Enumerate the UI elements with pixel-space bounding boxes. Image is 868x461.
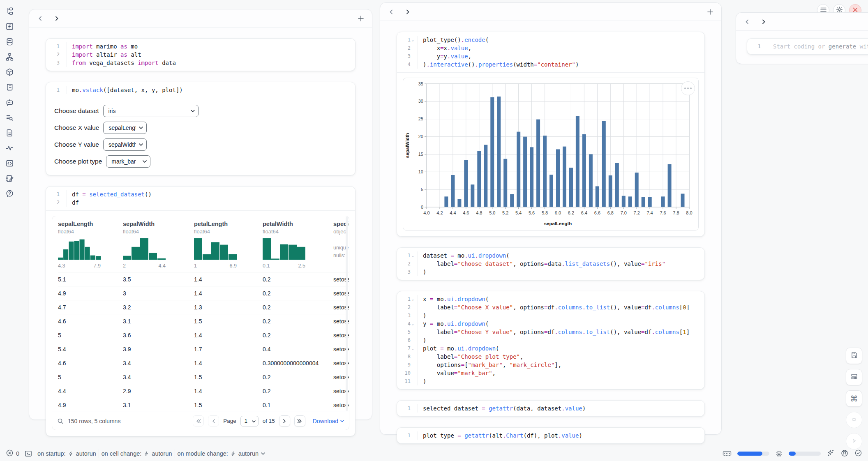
range-max: 6.9 xyxy=(230,263,237,269)
download-button[interactable]: Download xyxy=(313,418,344,424)
table-search-icon[interactable] xyxy=(57,418,64,424)
sidebar-ai-chat-icon[interactable] xyxy=(5,98,14,107)
column-header-petalLength[interactable]: petalLengthfloat6416.9 xyxy=(194,220,263,272)
code-content: df xyxy=(67,198,79,207)
sidebar-file-tree-icon[interactable] xyxy=(5,7,14,16)
column-prev-button[interactable] xyxy=(36,14,45,23)
svg-text:4.6: 4.6 xyxy=(463,210,469,215)
empty-code-editor[interactable]: 1Start coding or generate with AI xyxy=(747,39,868,54)
selected-dataset-code-editor[interactable]: 1selected_dataset = getattr(data, datase… xyxy=(397,401,704,416)
code-line: 2 x=x.value, xyxy=(399,44,699,52)
dataframe-code-editor[interactable]: 1df = selected_dataset()2df xyxy=(46,187,355,210)
code-line: 1⌄x = mo.ui.dropdown( xyxy=(399,295,699,303)
chart-menu-button[interactable] xyxy=(681,81,695,95)
table-scrollbar[interactable] xyxy=(346,217,348,411)
memory-usage-meter xyxy=(737,452,769,456)
autorun-chip[interactable]: on cell change:autorun xyxy=(102,450,172,457)
table-cell: 1.5 xyxy=(194,398,263,412)
notebook-column-left: 1import marimo as mo2import altair as al… xyxy=(29,9,372,420)
errors-indicator[interactable]: 0 xyxy=(6,449,19,458)
code-content: ) xyxy=(418,268,426,276)
line-number: 3 xyxy=(48,59,65,67)
column-dtype: float64 xyxy=(58,228,117,235)
table-row: 5.43.91.70.4setosa xyxy=(58,342,349,356)
svg-text:6.2: 6.2 xyxy=(568,210,574,215)
choose-y-value-select[interactable]: sepalWidth xyxy=(103,138,147,151)
terminal-icon[interactable] xyxy=(24,449,32,458)
last-page-button[interactable] xyxy=(294,415,305,426)
column-next-button[interactable] xyxy=(52,14,61,23)
connection-status-button[interactable] xyxy=(854,449,862,458)
code-line: 1selected_dataset = getattr(data, datase… xyxy=(399,404,699,413)
svg-text:sepalLength: sepalLength xyxy=(544,221,572,226)
choose-dataset-select[interactable]: iris xyxy=(103,105,199,117)
sidebar-outline-search-icon[interactable] xyxy=(5,113,14,122)
choose-x-value-select[interactable]: sepalLength xyxy=(103,122,147,134)
prev-page-button[interactable] xyxy=(208,415,219,426)
altair-chart[interactable]: 4.04.24.44.64.85.05.25.45.65.86.06.26.46… xyxy=(403,78,699,230)
line-number: 1⌄ xyxy=(399,251,416,260)
autorun-chip[interactable]: on startup:autorun xyxy=(37,450,96,457)
column-next-button[interactable] xyxy=(403,7,412,16)
column-prev-button[interactable] xyxy=(743,17,752,26)
page-select[interactable]: 1 xyxy=(240,416,259,426)
sidebar-datasources-icon[interactable] xyxy=(5,37,14,46)
layout-button[interactable] xyxy=(846,369,862,385)
sidebar-scratchpad-icon[interactable] xyxy=(5,174,14,183)
plot-type-code-editor[interactable]: 1plot_type = getattr(alt.Chart(df), plot… xyxy=(397,428,704,443)
table-cell: 3.4 xyxy=(123,356,194,370)
line-number: 2 xyxy=(399,260,416,268)
sidebar-dependency-graph-icon[interactable] xyxy=(5,52,14,62)
chart-svg: 4.04.24.44.64.85.05.25.45.65.86.06.26.46… xyxy=(403,78,699,230)
column-header-sepalWidth[interactable]: sepalWidthfloat6424.4 xyxy=(123,220,194,272)
dataset-code-editor[interactable]: 1⌄dataset = mo.ui.dropdown(2 label="Choo… xyxy=(397,248,704,280)
first-page-button[interactable] xyxy=(193,415,204,426)
xy-plot-code-editor[interactable]: 1⌄x = mo.ui.dropdown(2 label="Choose X v… xyxy=(397,291,704,389)
status-bar: 0 on startup:autorunon cell change:autor… xyxy=(0,446,868,461)
autorun-chip[interactable]: on module change:autorun xyxy=(178,450,265,457)
page-label: Page xyxy=(223,418,236,424)
range-min: 2 xyxy=(123,263,126,269)
line-number: 3 xyxy=(399,52,416,60)
sidebar-packages-icon[interactable] xyxy=(5,67,14,77)
column-prev-button[interactable] xyxy=(387,7,396,16)
column-header-petalWidth[interactable]: petalWidthfloat640.12.5 xyxy=(263,220,333,272)
copilot-button[interactable] xyxy=(840,449,849,459)
sidebar-logs-icon[interactable] xyxy=(5,83,14,92)
table-row: 5.13.51.40.2setosa xyxy=(58,272,349,286)
stop-button[interactable] xyxy=(846,412,862,428)
table-cell: 5.1 xyxy=(58,272,123,286)
add-cell-button[interactable] xyxy=(356,14,365,23)
sidebar-documentation-icon[interactable] xyxy=(5,128,14,138)
code-line: 11) xyxy=(399,377,699,385)
table-scroll-area[interactable]: sepalLengthfloat644.37.9sepalWidthfloat6… xyxy=(52,216,349,412)
vstack-code-editor[interactable]: 1mo.vstack([dataset, x, y, plot]) xyxy=(46,82,355,98)
save-button[interactable] xyxy=(846,348,862,364)
chevron-down-icon xyxy=(139,143,143,146)
line-number: 10 xyxy=(399,369,416,377)
column-histogram xyxy=(194,238,237,260)
sidebar-help-icon[interactable] xyxy=(5,189,14,198)
fold-chevron-icon: ⌄ xyxy=(411,320,415,328)
imports-code-editor[interactable]: 1import marimo as mo2import altair as al… xyxy=(46,39,355,71)
plot-code-editor[interactable]: 1⌄plot_type().encode(2 x=x.value,3 y=y.v… xyxy=(397,32,704,72)
column-header-sepalLength[interactable]: sepalLengthfloat644.37.9 xyxy=(58,220,123,272)
sidebar-snippets-icon[interactable] xyxy=(5,159,14,168)
choose-x-value-value: sepalLength xyxy=(108,124,136,131)
sidebar-functions-icon[interactable] xyxy=(5,22,14,31)
keyboard-shortcuts-button[interactable]: ⌘ xyxy=(846,390,862,407)
code-content: x = mo.ui.dropdown( xyxy=(418,295,489,303)
sidebar-tracing-icon[interactable] xyxy=(5,143,14,153)
vstack-output: Choose datasetirisChoose X valuesepalLen… xyxy=(46,98,355,175)
table-cell: 5 xyxy=(58,370,123,384)
column-range: 24.4 xyxy=(123,263,166,269)
table-cell: 1.5 xyxy=(194,314,263,328)
column-next-button[interactable] xyxy=(759,17,768,26)
fold-chevron-icon: ⌄ xyxy=(411,295,415,303)
choose-plot-type-select[interactable]: mark_bar xyxy=(106,155,150,168)
add-cell-button[interactable] xyxy=(706,7,715,16)
table-content: sepalLengthfloat644.37.9sepalWidthfloat6… xyxy=(52,216,349,412)
next-page-button[interactable] xyxy=(279,415,290,426)
line-number: 1 xyxy=(48,190,65,198)
ai-sparkle-button[interactable] xyxy=(826,449,835,459)
